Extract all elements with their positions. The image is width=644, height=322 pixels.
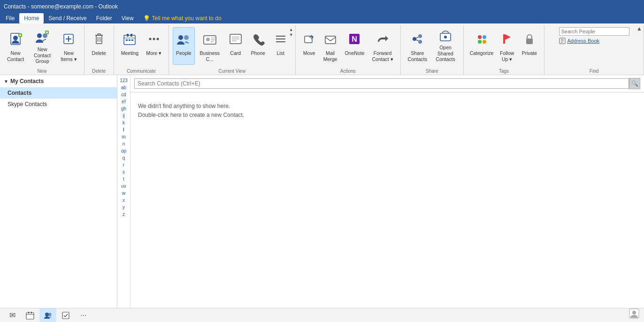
alpha-y[interactable]: y [117,204,130,211]
card-view-button[interactable]: Card [225,27,246,65]
categorize-button[interactable]: Categorize [468,27,496,65]
alpha-z[interactable]: z [117,211,130,218]
ribbon-group-share: ShareContacts Open SharedContacts Share [401,25,464,75]
svg-line-52 [416,40,418,41]
new-items-button[interactable]: NewItems ▾ [57,27,80,65]
nav-people[interactable] [39,308,56,322]
onenote-button[interactable]: N OneNote [341,27,368,65]
alpha-m[interactable]: m [117,133,130,140]
empty-contacts-message[interactable]: We didn't find anything to show here. Do… [130,92,644,129]
ribbon-group-find: Address Book Find [544,25,644,75]
private-button[interactable]: Private [518,27,540,65]
svg-point-54 [444,36,447,38]
alpha-ij[interactable]: ij [117,112,130,119]
search-contacts-button[interactable]: 🔍 [629,78,640,89]
my-contacts-section[interactable]: ▼ My Contacts [0,75,117,87]
alpha-q[interactable]: q [117,154,130,161]
svg-point-71 [48,313,52,316]
alpha-k[interactable]: k [117,119,130,126]
mail-merge-icon [324,30,337,48]
mail-merge-label: MailMerge [323,50,337,62]
alpha-t[interactable]: t [117,176,130,183]
menu-file[interactable]: File [1,13,19,23]
meeting-button[interactable]: Meeting [118,27,142,65]
alpha-gh[interactable]: gh [117,105,130,112]
svg-point-74 [632,311,636,314]
nav-calendar[interactable] [22,308,38,322]
nav-mail[interactable]: ✉ [4,308,21,322]
menu-home[interactable]: Home [19,13,44,23]
current-view-group-label: Current View [169,69,295,74]
share-contacts-button[interactable]: ShareContacts [405,27,430,65]
alpha-ef[interactable]: ef [117,98,130,105]
alpha-x[interactable]: x [117,197,130,204]
people-view-button[interactable]: People [173,27,195,65]
follow-up-button[interactable]: FollowUp ▾ [497,27,517,65]
alpha-w[interactable]: w [117,190,130,197]
svg-rect-21 [127,34,129,37]
nav-tasks[interactable] [57,308,74,322]
svg-text:N: N [352,35,358,43]
business-card-view-button[interactable]: Business C... [196,27,224,65]
new-contact-group-icon [35,30,50,45]
private-icon [523,30,536,48]
alpha-cd[interactable]: cd [117,91,130,98]
card-view-label: Card [230,50,241,56]
menu-bar: File Home Send / Receive Folder View 💡 T… [0,13,644,23]
menu-folder[interactable]: Folder [92,13,117,23]
categorize-icon [475,30,488,48]
menu-send-receive[interactable]: Send / Receive [44,13,91,23]
sidebar-item-skype-contacts[interactable]: Skype Contacts [0,99,117,110]
sidebar-item-contacts[interactable]: Contacts [0,87,117,99]
alpha-ab[interactable]: ab [117,84,130,91]
phone-view-icon [251,30,266,48]
svg-point-56 [483,35,486,39]
view-scroll-down[interactable]: ▼ [289,32,293,37]
search-contacts-input[interactable] [134,78,629,89]
ribbon-collapse-button[interactable]: ▲ [635,23,644,34]
tell-me[interactable]: 💡 Tell me what you want to do [138,14,226,23]
follow-up-label: FollowUp ▾ [500,50,514,62]
status-bar-contact-icon[interactable] [629,308,639,320]
svg-rect-68 [28,312,29,314]
svg-point-29 [178,35,183,40]
more-button[interactable]: More ▾ [143,27,165,65]
new-items-label: NewItems ▾ [61,50,77,62]
alpha-r[interactable]: r [117,161,130,169]
nav-more[interactable]: ··· [75,308,92,322]
address-book-label: Address Book [567,38,599,44]
alpha-l[interactable]: l [117,126,130,133]
search-bar: 🔍 [130,75,644,92]
title-text: Contacts - someone@example.com - Outlook [4,3,118,10]
find-group-label: Find [544,69,644,74]
main-area: ▼ My Contacts Contacts Skype Contacts 12… [0,75,644,308]
share-contacts-label: ShareContacts [408,50,427,62]
alpha-uv[interactable]: uv [117,183,130,190]
forward-contact-button[interactable]: ForwardContact ▾ [368,27,396,65]
delete-button[interactable]: Delete [88,27,110,65]
open-shared-contacts-button[interactable]: Open SharedContacts [431,27,460,65]
alpha-op[interactable]: op [117,147,130,154]
delete-icon [92,30,107,48]
alpha-123[interactable]: 123 [117,77,130,84]
new-contact-button[interactable]: NewContact [4,27,27,65]
view-scroll-up[interactable]: ▲ [289,27,293,32]
menu-view[interactable]: View [117,13,138,23]
move-button[interactable]: Move [299,27,319,65]
ribbon-group-current-view: People Business C... Card Phone [169,25,296,75]
alpha-n[interactable]: n [117,140,130,147]
list-view-button[interactable]: List [270,27,291,65]
search-people-input[interactable] [561,29,618,34]
private-label: Private [521,50,537,56]
new-contact-group-button[interactable]: New ContactGroup [28,27,56,65]
contact-list: 🔍 We didn't find anything to show here. … [130,75,644,308]
mail-merge-button[interactable]: MailMerge [320,27,341,65]
alpha-s[interactable]: s [117,169,130,176]
list-view-label: List [277,50,284,56]
phone-view-button[interactable]: Phone [247,27,269,65]
svg-rect-22 [130,34,132,37]
search-people-field[interactable] [559,27,629,36]
address-book-button[interactable]: Address Book [559,38,599,44]
svg-point-30 [184,35,189,40]
svg-marker-60 [505,34,511,40]
